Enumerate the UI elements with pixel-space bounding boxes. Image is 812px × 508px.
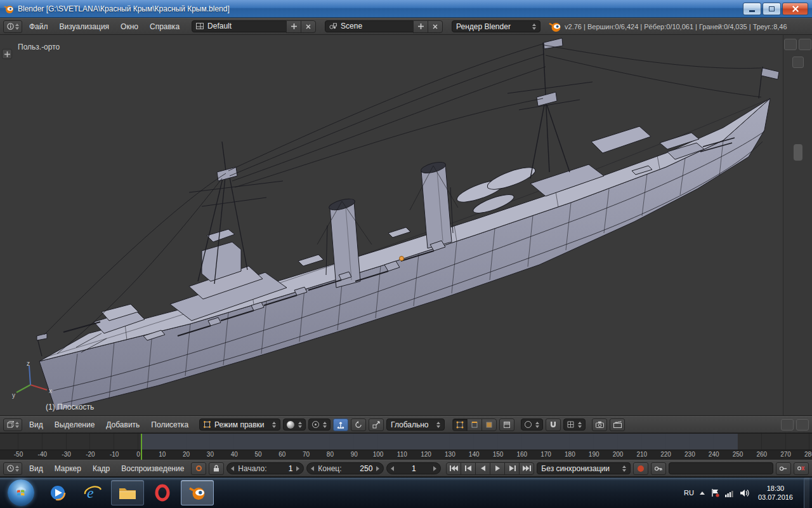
editor-type-button-3dview[interactable] — [3, 418, 22, 431]
new-scene-button[interactable] — [413, 20, 428, 33]
clock-icon — [7, 465, 14, 472]
render-engine-dropdown[interactable]: Рендер Blender — [452, 20, 540, 32]
decrement-icon[interactable] — [231, 466, 234, 471]
region-header-icon-a[interactable] — [781, 419, 794, 431]
menu-add[interactable]: Добавить — [102, 418, 144, 431]
keying-set-icon-button[interactable] — [651, 462, 666, 475]
region-header-icon-b[interactable] — [796, 419, 809, 431]
editor-type-button-timeline[interactable] — [3, 462, 22, 475]
taskbar-opera-button[interactable] — [146, 480, 179, 505]
autokey-button[interactable] — [191, 462, 206, 475]
select-mode-face-button[interactable] — [481, 418, 497, 431]
lock-button[interactable] — [209, 462, 224, 475]
volume-icon[interactable] — [740, 489, 750, 497]
manipulator-rotate-button[interactable] — [351, 418, 366, 431]
play-button[interactable] — [490, 462, 505, 475]
manipulator-translate-button[interactable] — [333, 418, 348, 431]
language-indicator[interactable]: RU — [684, 489, 694, 497]
scene-statistics: v2.76 | Вершин:0/6,424 | Рёбер:0/10,061 … — [565, 23, 809, 30]
network-icon[interactable] — [725, 489, 735, 497]
autokey-record-icon — [196, 465, 202, 471]
jump-to-start-button[interactable] — [446, 462, 461, 475]
panel-slider[interactable] — [794, 144, 802, 161]
menu-window[interactable]: Окно — [116, 20, 143, 33]
menu-file[interactable]: Файл — [25, 20, 53, 33]
increment-icon[interactable] — [376, 466, 379, 471]
taskbar-explorer-button[interactable] — [111, 480, 144, 505]
menu-view[interactable]: Вид — [25, 418, 48, 431]
decrement-icon[interactable] — [391, 466, 394, 471]
scene-selector[interactable]: Scene — [325, 20, 414, 32]
limit-selection-visible-button[interactable] — [499, 418, 514, 431]
panel-icon-a[interactable] — [784, 39, 797, 50]
menu-select[interactable]: Выделение — [50, 418, 100, 431]
menu-tl-frame[interactable]: Кадр — [88, 462, 114, 475]
select-mode-vertex-button[interactable] — [452, 418, 468, 431]
menu-render[interactable]: Визуализация — [55, 20, 114, 33]
sync-dropdown[interactable]: Без синхронизации — [537, 462, 631, 474]
viewport-3d[interactable]: Польз.-орто (1) Плоскость x y z — [0, 35, 812, 416]
pivot-dropdown[interactable] — [308, 418, 331, 431]
jump-to-end-button[interactable] — [519, 462, 534, 475]
collapsed-properties-strip[interactable] — [783, 35, 812, 415]
increment-icon[interactable] — [433, 466, 436, 471]
decrement-icon[interactable] — [311, 466, 314, 471]
manipulator-scale-button[interactable] — [369, 418, 384, 431]
toolshelf-expand-button[interactable] — [2, 49, 12, 59]
frame-end-field[interactable]: Конец: 250 — [306, 462, 384, 474]
edit-mode-icon — [204, 421, 211, 428]
snap-element-dropdown[interactable] — [563, 418, 586, 431]
taskbar-clock[interactable]: 18:30 03.07.2016 — [758, 484, 793, 502]
screen-layout-selector[interactable]: Default — [192, 20, 287, 32]
keying-set-field[interactable] — [669, 462, 773, 474]
next-keyframe-button[interactable] — [504, 462, 520, 475]
show-hidden-icons-button[interactable] — [700, 491, 705, 495]
action-center-flag-icon[interactable] — [710, 488, 719, 497]
shading-dropdown[interactable] — [283, 418, 306, 431]
timeline-view[interactable]: -50-40-30-20-100102030405060708090100110… — [0, 433, 812, 460]
show-desktop-button[interactable] — [804, 478, 809, 508]
increment-icon[interactable] — [296, 466, 299, 471]
snap-toggle-button[interactable] — [546, 418, 561, 431]
menu-mesh[interactable]: Полисетка — [147, 418, 193, 431]
edge-select-icon — [471, 421, 478, 429]
prev-keyframe-button[interactable] — [461, 462, 476, 475]
close-button[interactable] — [782, 3, 808, 15]
taskbar-blender-button[interactable] — [181, 480, 214, 505]
record-button[interactable] — [633, 462, 648, 475]
screen-layout-name: Default — [207, 22, 232, 30]
minimize-button[interactable] — [743, 3, 761, 15]
timeline-header: Вид Маркер Кадр Воспроизведение Начало: … — [0, 460, 812, 477]
select-mode-edge-button[interactable] — [467, 418, 482, 431]
new-layout-button[interactable] — [286, 20, 301, 33]
proportional-edit-dropdown[interactable] — [521, 418, 543, 431]
timeline-current-frame-line[interactable] — [141, 434, 142, 460]
insert-keyframe-button[interactable] — [776, 462, 791, 475]
orientation-dropdown[interactable]: Глобально — [386, 418, 445, 431]
chevron-updown-icon — [15, 465, 19, 472]
frame-start-field[interactable]: Начало: 1 — [226, 462, 304, 474]
frame-end-label: Конец: — [318, 464, 341, 473]
unlink-scene-button[interactable] — [428, 20, 443, 33]
panel-icon-c[interactable] — [792, 57, 804, 68]
menu-tl-view[interactable]: Вид — [25, 462, 48, 475]
menu-tl-playback[interactable]: Воспроизведение — [117, 462, 188, 475]
taskbar-ie-button[interactable]: e — [76, 480, 109, 505]
menu-help[interactable]: Справка — [145, 20, 184, 33]
opengl-render-anim-button[interactable] — [610, 418, 625, 431]
menu-tl-marker[interactable]: Маркер — [50, 462, 86, 475]
restore-button[interactable] — [763, 3, 781, 15]
start-button[interactable] — [8, 479, 34, 506]
taskbar-wmp-button[interactable] — [41, 480, 74, 505]
mode-dropdown[interactable]: Режим правки — [199, 418, 280, 431]
timeline-tick: 200 — [608, 451, 627, 458]
play-reverse-button[interactable] — [475, 462, 490, 475]
unlink-layout-button[interactable] — [301, 20, 316, 33]
ship-wireframe-model[interactable] — [0, 35, 782, 416]
delete-keyframe-button[interactable] — [794, 462, 809, 475]
panel-icon-b[interactable] — [799, 39, 811, 50]
current-frame-field[interactable]: 1 — [386, 462, 441, 474]
opengl-render-still-button[interactable] — [592, 418, 607, 431]
timeline-tick: 120 — [417, 451, 436, 458]
editor-type-button-info[interactable] — [3, 20, 22, 33]
